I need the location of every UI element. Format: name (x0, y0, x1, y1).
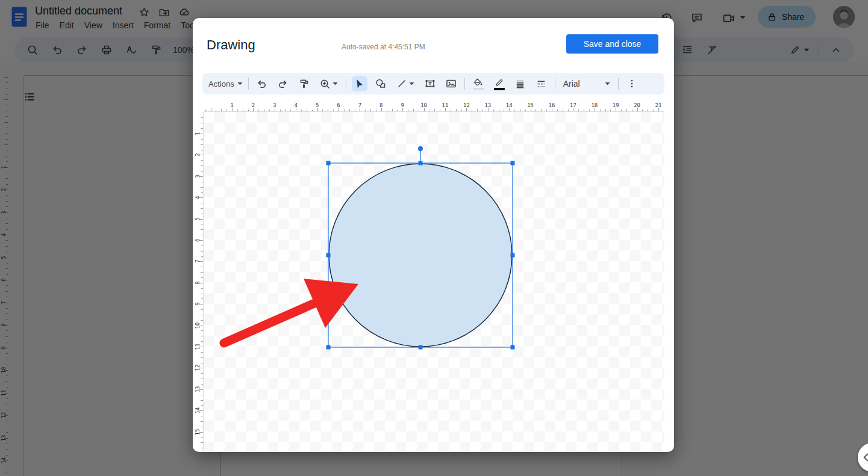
zoom-tool-button[interactable] (317, 76, 340, 91)
font-family-select[interactable]: Arial (561, 79, 613, 88)
ruler-tick (482, 110, 483, 111)
text-box-tool-button[interactable] (422, 76, 438, 91)
ruler-tick (201, 288, 203, 289)
ruler-tick (578, 110, 579, 111)
fill-color-swatch (473, 88, 484, 90)
ruler-tick (201, 229, 204, 230)
chevron-left-icon (860, 451, 868, 464)
undo-icon[interactable] (254, 76, 270, 91)
ruler-tick (201, 251, 204, 252)
ruler-tick (440, 110, 440, 111)
ruler-tick (365, 110, 366, 111)
actions-caret-icon (237, 82, 243, 85)
ruler-tick (201, 224, 203, 224)
ruler-tick (201, 192, 203, 193)
paint-bucket-icon (473, 78, 483, 87)
resize-handle[interactable] (326, 345, 331, 350)
ruler-tick (312, 110, 313, 111)
ruler-tick (397, 110, 398, 111)
more-options-icon[interactable] (624, 76, 640, 91)
ruler-tick (355, 110, 355, 111)
line-weight-button[interactable] (513, 76, 528, 91)
line-color-button[interactable] (492, 76, 507, 91)
ruler-tick (248, 110, 249, 111)
ruler-tick (642, 110, 643, 111)
ruler-tick (535, 110, 536, 111)
save-and-close-button[interactable]: Save and close (566, 34, 658, 54)
paint-format-icon[interactable] (296, 76, 312, 91)
ruler-number: 18 (591, 102, 598, 108)
zoom-caret-icon (333, 82, 338, 85)
shape-tool-button[interactable] (373, 76, 389, 91)
ruler-number: 6 (337, 102, 340, 108)
redo-icon[interactable] (275, 76, 291, 91)
ruler-number: 15 (527, 102, 534, 108)
actions-menu-button[interactable]: Actions (208, 79, 243, 88)
ruler-tick (201, 117, 203, 118)
resize-handle[interactable] (326, 253, 331, 258)
ruler-tick (307, 109, 307, 112)
ruler-tick (563, 109, 563, 112)
ruler-number: 11 (195, 342, 201, 351)
ruler-tick (541, 109, 542, 112)
ruler-tick (201, 357, 204, 358)
ruler-tick (264, 109, 264, 112)
ruler-tick (201, 235, 203, 235)
drawing-canvas[interactable] (204, 112, 664, 452)
resize-handle[interactable] (419, 345, 423, 350)
ruler-number: 1 (195, 129, 201, 138)
ruler-tick (434, 109, 435, 112)
screen: Untitled document File Edit View Insert … (0, 0, 868, 476)
ruler-tick (632, 110, 632, 111)
ruler-tick (201, 405, 203, 406)
select-tool-button[interactable] (352, 76, 367, 91)
autosave-status: Auto-saved at 4:45:51 PM (342, 43, 425, 51)
resize-handle[interactable] (419, 161, 423, 165)
fill-color-button[interactable] (470, 76, 486, 91)
shape-icon (375, 78, 387, 90)
ruler-tick (514, 110, 515, 111)
line-tool-button[interactable] (394, 76, 417, 91)
ruler-tick (429, 110, 429, 111)
drawn-circle-shape[interactable] (329, 164, 512, 347)
ruler-tick (201, 330, 203, 331)
ruler-tick (201, 315, 204, 315)
ruler-number: 8 (379, 102, 382, 108)
line-dash-button[interactable] (534, 76, 549, 91)
ruler-tick (201, 400, 204, 401)
ruler-tick (201, 208, 204, 209)
ruler-tick (201, 246, 203, 246)
ruler-tick (568, 110, 569, 111)
ruler-tick (290, 110, 291, 111)
ruler-tick (472, 110, 472, 111)
ruler-number: 12 (463, 102, 470, 108)
resize-handle[interactable] (511, 345, 515, 350)
resize-handle[interactable] (511, 161, 515, 165)
ruler-tick (216, 110, 216, 111)
image-icon (445, 78, 457, 90)
zoom-in-icon (319, 78, 331, 90)
ruler-tick (456, 109, 457, 112)
line-dash-icon (535, 78, 547, 90)
insert-image-icon[interactable] (443, 76, 459, 91)
ruler-number: 19 (613, 102, 619, 108)
resize-handle[interactable] (511, 253, 515, 258)
ruler-tick (201, 182, 203, 182)
ruler-number: 14 (195, 406, 201, 415)
ruler-tick (370, 109, 371, 112)
ruler-tick (461, 110, 462, 111)
ruler-tick (387, 110, 387, 111)
ruler-tick (201, 160, 203, 161)
ruler-number: 6 (195, 235, 201, 245)
ruler-tick (226, 110, 227, 111)
ruler-tick (201, 267, 203, 267)
ruler-tick (344, 110, 345, 111)
drawing-ruler-horizontal: 123456789101112131415161718192021 (204, 102, 664, 112)
ruler-tick (201, 128, 203, 129)
ruler-number: 10 (420, 102, 427, 108)
ruler-tick (610, 110, 611, 111)
ruler-tick (201, 336, 204, 336)
resize-handle[interactable] (326, 161, 331, 165)
ruler-number: 13 (484, 102, 491, 108)
rotation-handle[interactable] (418, 146, 423, 151)
